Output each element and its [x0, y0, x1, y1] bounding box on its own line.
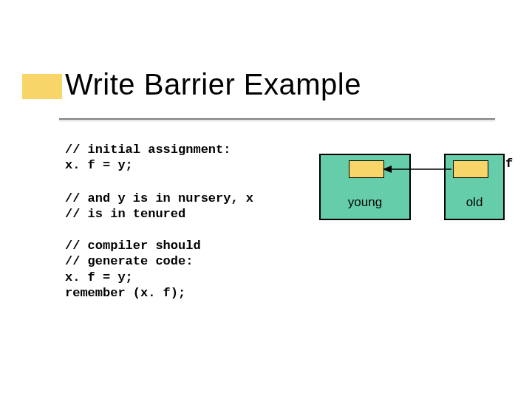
pointer-label-f: f [505, 157, 513, 171]
page-title: Write Barrier Example [65, 68, 361, 101]
young-label: young [321, 195, 409, 210]
old-label: old [446, 195, 503, 210]
young-object [349, 160, 384, 178]
code-block-initial: // initial assignment: x. f = y; [65, 142, 231, 174]
svg-marker-1 [383, 166, 392, 173]
title-underline [59, 118, 495, 120]
arrow-old-to-young [383, 166, 451, 173]
code-block-condition: // and y is in nursery, x // is in tenur… [65, 191, 253, 222]
title-accent-block [22, 74, 62, 99]
young-gen-box: young [319, 154, 411, 220]
old-object [453, 160, 488, 178]
code-block-generated: // compiler should // generate code: x. … [65, 238, 201, 301]
old-gen-box: old [444, 154, 505, 220]
